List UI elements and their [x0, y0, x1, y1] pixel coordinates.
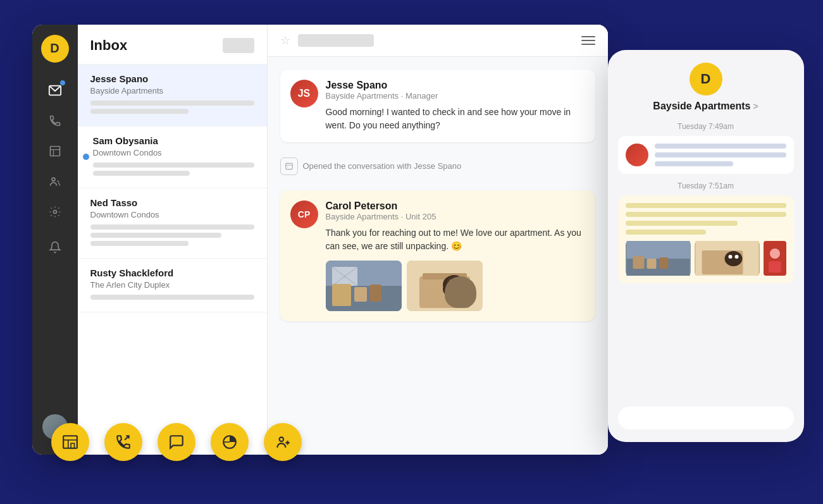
svg-point-5 [53, 210, 56, 213]
svg-point-26 [451, 280, 453, 282]
preview-line-3 [90, 241, 189, 246]
mobile-highlighted-block [618, 195, 794, 283]
message-text-carol: Thank you for reaching out to me! We lov… [326, 226, 585, 253]
sidebar: D [32, 25, 78, 455]
photo-row [326, 261, 585, 311]
sender-sub: Bayside Apartments · Manager [326, 91, 585, 101]
avatar-carol: CP [290, 200, 318, 228]
sidebar-item-building[interactable] [42, 138, 68, 164]
conv-property: Bayside Apartments [90, 86, 254, 95]
conv-property: Downtown Condos [90, 210, 254, 219]
bottom-icon-chart[interactable] [211, 423, 249, 461]
conv-property: The Arlen City Duplex [90, 280, 254, 290]
mobile-avatar-1 [626, 144, 648, 166]
mobile-logo: D [690, 63, 722, 95]
inbox-panel: Inbox Jesse Spano Bayside Apartments Sam… [78, 25, 268, 455]
svg-point-20 [443, 275, 466, 294]
mobile-photo-1 [626, 241, 691, 276]
sidebar-logo: D [41, 35, 69, 63]
svg-point-21 [443, 283, 453, 295]
sender-name: Jesse Spano [326, 80, 585, 91]
svg-rect-1 [50, 146, 59, 156]
svg-rect-33 [659, 257, 668, 269]
mobile-message-block-1 [618, 136, 794, 174]
bottom-icon-building[interactable] [51, 423, 89, 461]
svg-point-49 [279, 437, 283, 441]
svg-rect-41 [769, 261, 781, 273]
event-icon [280, 157, 298, 175]
bottom-icon-add-person[interactable] [264, 423, 302, 461]
svg-point-38 [734, 255, 738, 259]
star-icon[interactable]: ☆ [280, 34, 290, 47]
svg-rect-31 [633, 256, 644, 269]
svg-rect-11 [335, 283, 351, 302]
svg-rect-45 [71, 443, 74, 448]
mobile-timestamp-2: Tuesday 7:51am [618, 181, 794, 190]
filter-button[interactable] [223, 38, 254, 53]
svg-point-8 [287, 166, 288, 167]
sidebar-item-inbox[interactable] [42, 78, 68, 103]
conversation-item[interactable]: Ned Tasso Downtown Condos [78, 188, 267, 259]
svg-rect-19 [423, 273, 467, 280]
app-window: D [32, 25, 608, 455]
svg-rect-42 [63, 436, 77, 448]
bottom-icon-phone-incoming[interactable] [104, 423, 142, 461]
mobile-preview: D Bayside Apartments Tuesday 7:49am Tues… [608, 50, 804, 442]
conv-name: Rusty Shackleford [90, 267, 254, 278]
sender-sub-carol: Bayside Apartments · Unit 205 [326, 212, 585, 221]
header-name-bar [298, 34, 374, 47]
svg-rect-12 [354, 287, 367, 302]
conversation-panel: ☆ JS Jesse Spano Bayside Apartments · Ma… [268, 25, 608, 455]
sidebar-item-phone[interactable] [42, 108, 68, 133]
menu-icon[interactable] [581, 36, 595, 45]
conversation-item[interactable]: Jesse Spano Bayside Apartments [78, 65, 267, 126]
mobile-h-lines [626, 203, 786, 235]
messages-area: JS Jesse Spano Bayside Apartments · Mana… [268, 57, 608, 455]
conv-name: Sam Obysania [93, 135, 254, 146]
mobile-h-line [626, 212, 786, 217]
bottom-icon-message[interactable] [158, 423, 195, 461]
mobile-photo-2 [695, 241, 760, 276]
preview-line-1 [90, 295, 254, 300]
preview-line-2 [90, 109, 189, 114]
mobile-photos-row [626, 241, 786, 276]
conversation-list: Jesse Spano Bayside Apartments Sam Obysa… [78, 65, 267, 455]
svg-point-25 [455, 280, 459, 283]
conv-name: Ned Tasso [90, 197, 254, 208]
mobile-line-short [655, 161, 734, 166]
mobile-input-bar[interactable] [618, 407, 794, 429]
mobile-h-line-shorter [626, 230, 706, 235]
avatar-jesse: JS [290, 80, 318, 108]
bottom-bar [51, 423, 302, 461]
sidebar-item-settings[interactable] [42, 199, 68, 224]
event-text: Opened the conversation with Jesse Spano [303, 161, 462, 171]
conversation-header: ☆ [268, 25, 608, 57]
svg-point-37 [728, 255, 732, 259]
photo-2 [407, 261, 483, 311]
preview-line-1 [90, 224, 254, 230]
conversation-item[interactable]: Rusty Shackleford The Arlen City Duplex [78, 259, 267, 312]
svg-point-36 [724, 251, 742, 266]
conv-name: Jesse Spano [90, 73, 254, 84]
conversation-item[interactable]: Sam Obysania Downtown Condos [78, 126, 267, 188]
svg-rect-32 [647, 259, 656, 269]
sidebar-item-bell[interactable] [42, 235, 68, 260]
svg-point-24 [450, 280, 454, 283]
conv-property: Downtown Condos [93, 148, 254, 157]
sidebar-item-contacts[interactable] [42, 169, 68, 194]
svg-point-40 [770, 249, 780, 259]
photo-1 [326, 261, 402, 311]
mobile-timestamp-1: Tuesday 7:49am [618, 122, 794, 131]
svg-point-27 [456, 280, 458, 282]
mobile-h-line [626, 203, 786, 208]
mobile-line [655, 144, 786, 149]
message-text: Good morning! I wanted to check in and s… [326, 106, 585, 132]
mobile-property-name[interactable]: Bayside Apartments [653, 101, 758, 112]
preview-line-1 [93, 163, 254, 168]
sender-name-carol: Carol Peterson [326, 200, 585, 212]
svg-rect-13 [370, 285, 381, 302]
svg-point-28 [451, 284, 457, 288]
preview-line-2 [90, 233, 221, 238]
inbox-title: Inbox [90, 37, 128, 54]
svg-point-22 [455, 283, 466, 295]
